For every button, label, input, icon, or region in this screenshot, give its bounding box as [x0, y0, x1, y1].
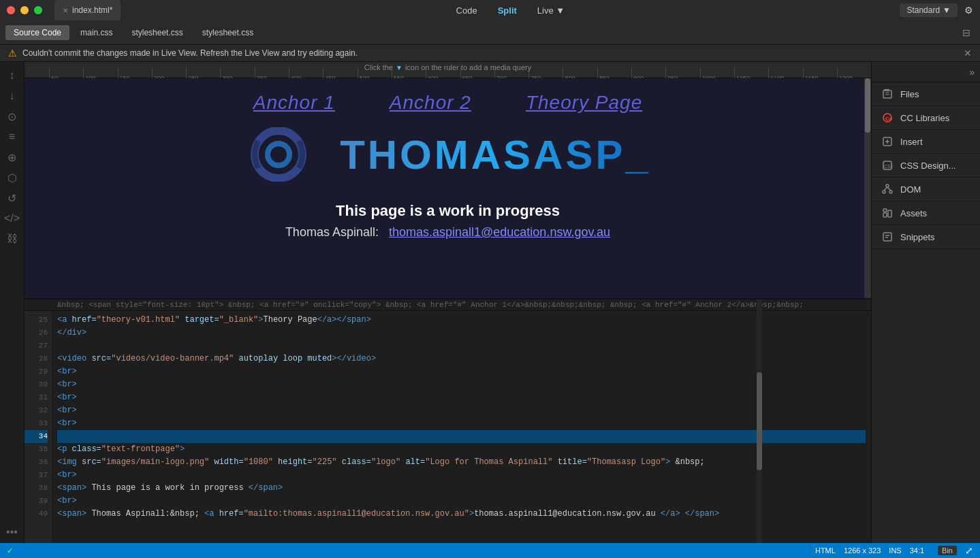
line-33: 33 [25, 417, 48, 430]
preview-area: Anchor 1 Anchor 2 Theory Page THOMASASP_ [25, 78, 871, 299]
snippets-label: Snippets [900, 232, 935, 242]
status-right: HTML 1266 x 323 INS 34:1 Bin ⤢ [815, 545, 973, 556]
anchor2-link[interactable]: Anchor 2 [390, 92, 471, 114]
tab-main-css[interactable]: main.css [72, 25, 121, 40]
code-line-32: <br> [57, 404, 866, 417]
main-area: ↕ ↓ ⊙ ≡ ⊕ ⬡ ↺ </> ⛓ ••• Click the ▼ icon… [0, 62, 980, 543]
sidebar-icon-refresh[interactable]: ↺ [4, 190, 20, 206]
anchor1-link[interactable]: Anchor 1 [253, 92, 335, 114]
code-scroll: 25 26 27 28 29 30 31 32 33 34 35 36 37 3… [25, 311, 871, 543]
line-31: 31 [25, 391, 48, 404]
tab-stylesheet-2[interactable]: stylesheet.css [194, 25, 262, 40]
panel-item-snippets[interactable]: Snippets [872, 225, 980, 249]
code-top-snippet: &nbsp; <span style="font-size: 18pt"> &n… [25, 299, 871, 311]
tab-close-icon[interactable]: ✕ [63, 7, 68, 14]
line-30: 30 [25, 378, 48, 391]
code-line-29: <br> [57, 365, 866, 378]
svg-point-14 [883, 191, 885, 193]
dom-icon [881, 183, 894, 195]
assets-label: Assets [900, 208, 927, 218]
svg-text:Cc: Cc [885, 116, 893, 122]
sidebar-icon-pointer[interactable]: ↓ [4, 88, 20, 104]
ruler-hint-post: icon on the ruler to add a media query [405, 63, 531, 71]
line-39: 39 [25, 495, 48, 508]
svg-rect-20 [883, 209, 887, 212]
sidebar-icon-code[interactable]: </> [4, 210, 20, 227]
sidebar-icon-link[interactable]: ⛓ [4, 231, 20, 247]
line-35: 35 [25, 443, 48, 456]
sidebar-icon-arrow[interactable]: ↕ [4, 67, 20, 84]
warning-close-button[interactable]: ✕ [964, 48, 972, 59]
panel-item-assets[interactable]: Assets [872, 201, 980, 225]
line-38: 38 [25, 482, 48, 495]
status-cursor: 34:1 [910, 546, 924, 555]
logo-text: THOMASASP_ [340, 131, 651, 178]
warning-message: Couldn't commit the changes made in Live… [22, 48, 358, 58]
tab-label: index.html* [72, 5, 112, 15]
logo-icon [244, 127, 326, 182]
nav-code[interactable]: Code [456, 5, 477, 16]
preview-email[interactable]: thomas.aspinall1@education.nsw.gov.au [389, 225, 610, 239]
preview-title: This page is a work in progress [25, 202, 871, 220]
settings-icon[interactable]: ⚙ [964, 5, 973, 16]
status-dimensions: 1266 x 323 [844, 546, 881, 555]
line-37: 37 [25, 469, 48, 482]
bin-badge[interactable]: Bin [938, 546, 957, 555]
titlebar: ✕ index.html* Code Split Live ▼ Standard… [0, 0, 980, 20]
tab-index-html[interactable]: ✕ index.html* [54, 0, 121, 20]
status-lang[interactable]: HTML [815, 546, 836, 555]
standard-button[interactable]: Standard ▼ [900, 3, 958, 17]
sidebar-icon-layers[interactable]: ≡ [4, 129, 20, 145]
code-line-28: <video src="videos/video-banner.mp4" aut… [57, 352, 866, 365]
preview-content: Anchor 1 Anchor 2 Theory Page THOMASASP_ [25, 78, 871, 298]
panel-item-css-design[interactable]: CSS CSS Design... [872, 154, 980, 178]
dropdown-icon: ▼ [943, 5, 951, 15]
sidebar-icon-more[interactable]: ••• [4, 527, 20, 543]
tab-source-code[interactable]: Source Code [5, 25, 69, 40]
minimize-button[interactable] [20, 6, 29, 14]
preview-scrollbar[interactable] [864, 78, 871, 298]
code-lines[interactable]: <a href="theory-v01.html" target="_blank… [52, 311, 871, 543]
dom-label: DOM [900, 184, 921, 195]
svg-rect-19 [888, 210, 891, 217]
code-line-38: <span> This page is a work in progress <… [57, 482, 866, 495]
files-icon [881, 88, 894, 100]
code-editor[interactable]: &nbsp; <span style="font-size: 18pt"> &n… [25, 299, 871, 543]
nav-split[interactable]: Split [498, 5, 517, 16]
ruler-hint: Click the ▼ icon on the ruler to add a m… [364, 63, 531, 71]
css-design-label: CSS Design... [900, 161, 956, 171]
code-vertical-scrollbar[interactable] [757, 299, 762, 543]
top-nav: Code Split Live ▼ [126, 5, 894, 16]
close-button[interactable] [7, 6, 15, 14]
preview-scrollbar-thumb[interactable] [865, 78, 870, 133]
panel-item-files[interactable]: Files [872, 82, 980, 106]
left-sidebar: ↕ ↓ ⊙ ≡ ⊕ ⬡ ↺ </> ⛓ ••• [0, 62, 25, 543]
expand-icon[interactable]: ⤢ [965, 545, 973, 556]
maximize-button[interactable] [34, 6, 42, 14]
code-line-30: <br> [57, 378, 866, 391]
tab-stylesheet-1[interactable]: stylesheet.css [123, 25, 191, 40]
ruler-bar: Click the ▼ icon on the ruler to add a m… [25, 62, 871, 78]
code-line-40: <span> Thomas Aspinall:&nbsp; <a href="m… [57, 508, 866, 521]
filter-icon[interactable]: ⊟ [962, 27, 970, 38]
nav-live[interactable]: Live ▼ [537, 5, 565, 16]
assets-icon [881, 207, 894, 219]
collapse-button[interactable]: » [872, 62, 980, 82]
svg-line-17 [887, 187, 891, 191]
sidebar-icon-settings[interactable]: ⊕ [4, 149, 20, 165]
toolbar: Source Code main.css stylesheet.css styl… [0, 20, 980, 45]
sidebar-icon-search[interactable]: ⊙ [4, 108, 20, 125]
panel-item-cc-libraries[interactable]: Cc CC Libraries [872, 106, 980, 130]
preview-text-section: This page is a work in progress Thomas A… [25, 188, 871, 240]
top-right-controls: Standard ▼ ⚙ [900, 3, 973, 17]
code-line-26: </div> [57, 327, 866, 340]
sidebar-icon-tag[interactable]: ⬡ [4, 169, 20, 186]
panel-item-insert[interactable]: Insert [872, 130, 980, 154]
collapse-icon: » [969, 67, 975, 78]
svg-rect-18 [883, 213, 887, 217]
panel-item-dom[interactable]: DOM [872, 178, 980, 201]
theory-link[interactable]: Theory Page [526, 92, 642, 114]
logo-area: THOMASASP_ [25, 120, 871, 188]
code-line-35: <p class="text-frontpage"> [57, 443, 866, 456]
code-scrollbar-thumb[interactable] [757, 372, 762, 470]
